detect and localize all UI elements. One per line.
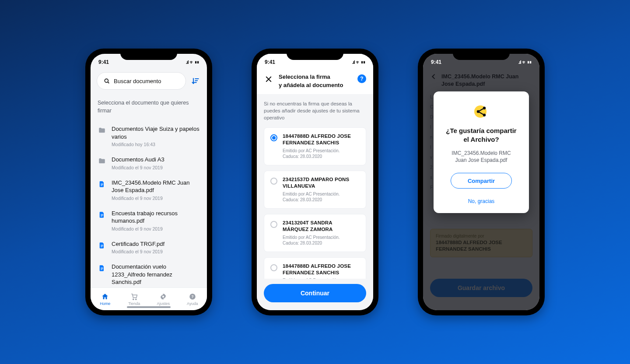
status-icons: .ıl ᯤ ▮▮ (518, 60, 532, 65)
svg-rect-7 (101, 184, 103, 185)
tab-ajustes-label: Ajustes (157, 301, 170, 306)
status-time: 9:41 (98, 59, 109, 65)
svg-rect-13 (101, 245, 103, 246)
tab-home[interactable]: Home (91, 288, 120, 310)
list-item[interactable]: Encuesta trabajo recursos humanos.pdfMod… (97, 205, 201, 236)
close-button[interactable] (264, 74, 273, 84)
svg-point-22 (135, 298, 136, 299)
signature-card[interactable]: 23413204T SANDRA MÁRQUEZ ZAMORAEmitido p… (264, 214, 366, 252)
file-icon (98, 210, 106, 219)
list-item-title: Encuesta trabajo recursos humanos.pdf (112, 210, 200, 225)
list-item-title: Documentos Viaje Suiza y papelos varios (112, 125, 200, 140)
file-icon (98, 241, 106, 250)
signature-name: 23413204T SANDRA MÁRQUEZ ZAMORA (283, 220, 360, 233)
modal-title-line2: el Archivo? (463, 136, 499, 143)
tab-tienda-label: Tienda (128, 301, 140, 306)
phone-share-modal: 9:41 .ıl ᯤ ▮▮ IMC_23456.Modelo RMC Juan … (418, 49, 545, 315)
tab-bar: Home Tienda Ajustes ? Ayuda (91, 287, 207, 310)
svg-rect-10 (101, 215, 103, 215)
status-icons: .ıl ᯤ ▮▮ (352, 60, 365, 65)
tab-ayuda-label: Ayuda (187, 301, 198, 306)
modal-filename-line2: Juan Jose Espada.pdf (455, 157, 508, 163)
notch (287, 49, 343, 60)
screen2-help-note: Si no encuentras la firma que deseas la … (264, 100, 366, 121)
list-item[interactable]: Documentos Audi A3Modificado el 9 nov 20… (97, 151, 201, 175)
modal-title: ¿Te gustaría compartir el Archivo? (441, 126, 521, 144)
tab-ayuda[interactable]: ? Ayuda (178, 288, 207, 310)
modal-filename: IMC_23456.Modelo RMC Juan Jose Espada.pd… (441, 150, 521, 164)
list-item-title: IMC_23456.Modelo RMC Juan Jose Espada.pd… (112, 179, 200, 194)
search-placeholder: Buscar documento (114, 78, 161, 84)
phone-select-signature: 9:41 .ıl ᯤ ▮▮ Selecciona la firma y añád… (252, 49, 378, 315)
screen-1: 9:41 .ıl ᯤ ▮▮ Buscar documento Seleccion… (91, 54, 207, 310)
list-item-meta: Modificado el 9 nov 2019 (112, 165, 200, 170)
svg-rect-14 (101, 246, 102, 247)
svg-rect-16 (101, 269, 103, 269)
signature-meta: Emitido por AC Presentación.Caduca: 28.0… (283, 234, 360, 246)
notch (453, 49, 510, 60)
signature-expiry: Caduca: 28.03.2020 (283, 154, 322, 159)
list-item-meta: Modificado el 9 nov 2019 (112, 196, 200, 201)
signature-name: 18447888D ALFREDO JOSE FERNANDEZ SANCHIS (283, 133, 360, 146)
signature-issuer: Emitido por AC Presentación. (283, 192, 340, 196)
list-item-title: Documentos Audi A3 (112, 156, 200, 164)
document-list-subtitle: Selecciona el documento que quieres firm… (98, 99, 200, 115)
help-button[interactable]: ? (357, 74, 366, 83)
tab-home-label: Home (100, 301, 110, 306)
list-item-meta: Modificado hoy 16:43 (112, 142, 200, 147)
svg-rect-15 (101, 268, 103, 268)
svg-rect-6 (101, 183, 103, 184)
screen2-header: Selecciona la firma y añádela al documen… (257, 70, 373, 94)
radio[interactable] (270, 134, 277, 141)
svg-rect-11 (101, 216, 102, 216)
list-item[interactable]: Certificado TRGF.pdfModificado el 9 nov … (97, 236, 201, 259)
signature-expiry: Caduca: 28.03.2020 (283, 241, 322, 245)
no-thanks-button[interactable]: No, gracias (441, 198, 521, 204)
list-item[interactable]: Documentación vuelo 1233_Alfredo fernand… (97, 259, 201, 287)
share-button-label: Compartir (468, 178, 495, 184)
screen-3: 9:41 .ıl ᯤ ▮▮ IMC_23456.Modelo RMC Juan … (423, 54, 539, 310)
svg-rect-9 (101, 214, 103, 214)
search-input[interactable]: Buscar documento (97, 72, 186, 90)
svg-text:?: ? (191, 295, 193, 299)
question-icon: ? (360, 76, 363, 82)
list-item-meta: Modificado el 9 nov 2019 (112, 249, 200, 254)
radio[interactable] (270, 264, 277, 271)
home-indicator (127, 306, 171, 308)
status-time: 9:41 (265, 59, 275, 65)
share-modal: ¿Te gustaría compartir el Archivo? IMC_2… (434, 91, 529, 213)
screen-2: 9:41 .ıl ᯤ ▮▮ Selecciona la firma y añád… (257, 54, 373, 310)
list-item-title: Documentación vuelo 1233_Alfredo fernand… (112, 263, 200, 286)
svg-point-0 (105, 79, 108, 82)
signature-card[interactable]: 23421537D AMPARO PONS VILLANUEVAEmitido … (264, 171, 366, 209)
radio[interactable] (270, 178, 277, 185)
no-thanks-label: No, gracias (468, 198, 495, 204)
svg-line-1 (108, 82, 109, 83)
signature-issuer: Emitido por AC Presentación. (283, 235, 340, 240)
phone-document-list: 9:41 .ıl ᯤ ▮▮ Buscar documento Seleccion… (85, 49, 212, 315)
screen2-title: Selecciona la firma y añádela al documen… (279, 73, 352, 90)
file-icon (98, 264, 106, 273)
cart-icon (130, 293, 138, 301)
svg-rect-8 (101, 185, 102, 186)
signature-meta: Emitido por AC Presentación.Caduca: 28.0… (283, 148, 360, 160)
sort-button[interactable] (190, 76, 201, 86)
status-time: 9:41 (431, 59, 441, 65)
radio[interactable] (270, 221, 277, 228)
notch (120, 49, 177, 60)
folder-icon (98, 157, 106, 165)
list-item-title: Certificado TRGF.pdf (112, 240, 200, 248)
home-icon (101, 293, 109, 301)
list-item[interactable]: IMC_23456.Modelo RMC Juan Jose Espada.pd… (97, 175, 201, 205)
close-icon (265, 75, 273, 83)
signature-card[interactable]: 18447888D ALFREDO JOSE FERNANDEZ SANCHIS… (264, 127, 366, 165)
list-item-meta: Modificado el 9 nov 2019 (112, 226, 200, 231)
continue-label: Continuar (301, 290, 329, 297)
signature-expiry: Caduca: 28.03.2020 (283, 197, 322, 202)
share-button[interactable]: Compartir (451, 173, 512, 189)
screen2-title-line1: Selecciona la firma (279, 74, 330, 80)
screen2-title-line2: y añádela al documento (279, 82, 343, 88)
continue-button[interactable]: Continuar (264, 284, 366, 302)
list-item[interactable]: Documentos Viaje Suiza y papelos variosM… (97, 121, 201, 151)
gear-icon (159, 293, 167, 301)
